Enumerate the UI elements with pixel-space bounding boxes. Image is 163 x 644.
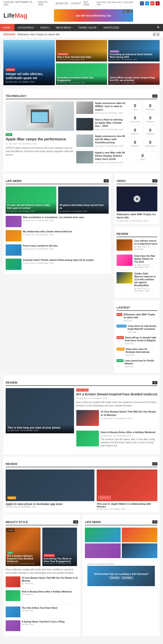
latest-item-title-4: Haleo joins stars for Brisbane Internati… — [126, 348, 157, 354]
breaking-label: BREAKING — [4, 33, 15, 36]
nav-search-icon[interactable]: 🔍 — [154, 24, 163, 31]
twitter-icon[interactable]: t — [145, 1, 149, 6]
life-news-bottom-all[interactable]: All — [152, 520, 157, 524]
nav-megamenu[interactable]: MEGA MENU ▾ — [53, 24, 75, 31]
life-small-title-1: Mate prostitution is 'everywhere', sex i… — [23, 216, 84, 219]
job-ad-tags: Overview Innovation — [93, 576, 149, 579]
technology-all-link[interactable]: All — [152, 94, 157, 98]
latest-item-meta-2: Jane Doe — [127, 331, 157, 333]
breaking-nav[interactable]: ‹ › — [153, 32, 159, 36]
hero-category-badge: UPDATE — [6, 68, 15, 71]
review-side-item-2[interactable]: Kelly Dyes Her Hair Barbie Yellow For Th… — [117, 254, 157, 270]
hero-side-item-2[interactable]: FASHION Everything we learned at Seoul F… — [108, 40, 159, 62]
facebook-icon[interactable]: f — [140, 1, 144, 6]
life-side-img-4[interactable] — [122, 544, 157, 558]
life-small-content-1: Mate prostitution is 'everywhere', sex i… — [23, 216, 84, 227]
latest-item-5[interactable]: LAMU Lamu paved way for Pacific athletes… — [117, 359, 157, 369]
beauty-art-1[interactable]: 10 Gym Beauty Hacks That Will Get You Re… — [6, 576, 78, 589]
stat-followers-1: 0 Followers — [143, 102, 157, 112]
likes-label: Likes — [129, 108, 141, 110]
latest-badge-3: GAME — [117, 336, 124, 339]
latest-item-meta-1: Jane Doe — [123, 320, 157, 322]
nav-categories[interactable]: CATEGORIES ▾ — [15, 24, 38, 31]
top-bar: TUESDAY, SEPTEMBER 29, 2015 SIGN IN / JO… — [0, 0, 163, 7]
video-all[interactable]: All — [152, 179, 157, 182]
latest-item-3[interactable]: GAME Game will go on despite high level … — [117, 336, 157, 346]
gym-article[interactable]: 10 Gym Beauty Hacks That Will Get You Re… — [76, 410, 157, 428]
life-small-item-4[interactable]: Anybody home? Pacific island of Niue amo… — [6, 258, 109, 272]
beauty-main-photo[interactable]: PUNK NEW DIY a Kristen Stewart-Inspired … — [6, 528, 41, 566]
tech-list-item-4[interactable]: Apple's new iMac with 5K Retina Display … — [76, 151, 126, 166]
gym-beauty-articles: 10 Gym Beauty Hacks That Will Get You Re… — [76, 410, 157, 450]
latest-item-1[interactable]: NHK Shibutanis claim NHK Trophy ice danc… — [117, 313, 157, 323]
nav-home[interactable]: HOME ▾ — [0, 24, 15, 31]
review-bottom-main[interactable]: FAMILY Apple to raise prices in Australi… — [6, 470, 94, 510]
life-side-img-1[interactable] — [85, 528, 121, 542]
life-news-main-1[interactable]: 11-year-old girl delivers mum's baby the… — [6, 186, 56, 214]
play-button[interactable] — [133, 196, 140, 202]
site-logo[interactable]: LifeMag — [4, 12, 27, 19]
subscribers-count: 0 — [145, 140, 156, 145]
review-big-header: REVIEW All — [6, 381, 157, 386]
beauty-article-excerpt: The moment I get off a plane, train, or … — [101, 438, 157, 447]
review-bottom-side-title: This just in: Apple Watch is collaborati… — [97, 502, 157, 508]
review-side-item-1[interactable]: Cras efficitur viverra ex ut dignissim f… — [117, 240, 157, 253]
review-big-photo-title: This is how long you stare at your phone — [8, 426, 72, 429]
phone-number: HOTLINE: (+62) 5626 7941 / (+62) 5626 79… — [96, 1, 138, 6]
life-small-item-3[interactable]: Pencil cases needed for NZ hols by Jane … — [6, 244, 109, 257]
tech-list-item-1[interactable]: Apple announces date for WWDC: here is w… — [76, 102, 126, 116]
buynow-link[interactable]: BUY NOW — [84, 1, 94, 6]
review-bottom-all[interactable]: All — [152, 462, 157, 466]
navigation: HOME ▾ CATEGORIES ▾ PAGES ▾ MEGA MENU ▾ … — [0, 24, 163, 31]
beauty-side-art-title-2: 6 Styling Hacks That Don't Cost a Thing — [22, 620, 65, 623]
life-small-item-1[interactable]: Mate prostitution is 'everywhere', sex i… — [6, 216, 109, 229]
social-icons: f t g+ P — [140, 1, 159, 6]
review-title-2: Kelly Dyes Her Hair Barbie Yellow For Th… — [134, 254, 157, 263]
hero-main-article[interactable]: UPDATE Integer vel odio ultricies, solli… — [4, 40, 55, 85]
life-small-item-2[interactable]: My relationship with a feeder almost kil… — [6, 230, 109, 243]
hero-side-item-3[interactable]: Everything You Need to Give Your Engagem… — [56, 63, 107, 86]
pinterest-icon[interactable]: P — [155, 1, 159, 6]
review-side-item-3[interactable]: Golden State Warriors improve to 11-0 wi… — [117, 272, 157, 294]
nav-pages[interactable]: PAGES ▾ — [38, 24, 53, 31]
life-news-main-2[interactable]: 20 places that Kiwis keep secret from us… — [58, 186, 109, 214]
tech-item-title-3: Apple announces new 4K and 5K iMacs with… — [95, 134, 126, 144]
life-news-all[interactable]: All — [104, 179, 109, 182]
hero-side-item-4[interactable]: James Milner penalty hands Jurgen Klopp … — [108, 63, 159, 86]
hero-side-item-1[interactable]: TRENDING Bag or bust: the best tech tote… — [56, 40, 107, 62]
life-side-img-3[interactable] — [85, 544, 121, 558]
googleplus-icon[interactable]: g+ — [150, 1, 154, 6]
review-bottom-side[interactable]: TRENDING This just in: Apple Watch is co… — [97, 470, 157, 510]
tech-list-item-2[interactable]: Have a Hack at winning an Apple iMac | H… — [76, 118, 126, 133]
latest-title: LASTEST — [117, 306, 130, 309]
video-thumbnail[interactable] — [117, 186, 157, 211]
breaking-next[interactable]: › — [156, 32, 159, 36]
latest-item-2[interactable]: MOTOGP Casey there to help Ducati, forge… — [117, 324, 157, 335]
review-bottom-main-img: FAMILY — [6, 470, 94, 501]
beauty-style-all[interactable]: All — [73, 520, 78, 524]
contact-link[interactable]: CONTACT — [71, 2, 82, 5]
review-bottom-main-meta: by Jane Doe / 01 November, 2015 — [6, 506, 94, 508]
advertise-link[interactable]: ADVERTISE — [56, 2, 68, 5]
beauty-article-content: How to Beauty-Detox After a Holiday Week… — [101, 430, 157, 447]
tech-item-img-1 — [76, 102, 93, 114]
tech-item-meta-2: Jane Doe / 01 December, 2015 — [95, 128, 126, 131]
beauty-side-art-1[interactable]: The Only 8-Bras You'll Ever Need by Jane… — [6, 606, 78, 619]
beauty-article[interactable]: How to Beauty-Detox After a Holiday Week… — [76, 430, 157, 450]
tech-item-title-2: Have a Hack at winning an Apple iMac | H… — [95, 118, 126, 128]
beauty-trending-badge: TRENDING — [44, 554, 55, 557]
latest-section: LASTEST NHK Shibutanis claim NHK Trophy … — [114, 300, 159, 373]
beauty-art-2[interactable]: How to Beauty-Detox After a Holiday Week… — [6, 590, 78, 603]
beauty-side-art-2[interactable]: 6 Styling Hacks That Don't Cost a Thing … — [6, 620, 78, 633]
nav-shortcode[interactable]: SHORTCODE — [100, 24, 122, 31]
review-bottom-main-badge: FAMILY — [8, 496, 16, 499]
beauty-small-list: 10 Gym Beauty Hacks That Will Get You Re… — [6, 576, 78, 603]
life-side-img-2[interactable] — [122, 528, 157, 542]
nav-themecolor[interactable]: THEME COLOR ▾ — [75, 24, 101, 31]
signin-link[interactable]: SIGN IN / JOIN — [38, 1, 53, 6]
tech-list-item-3[interactable]: Apple announces new 4K and 5K iMacs with… — [76, 134, 126, 149]
latest-item-4[interactable]: HALEO Haleo joins stars for Brisbane Int… — [117, 348, 157, 358]
breaking-prev[interactable]: ‹ — [153, 32, 156, 36]
review-big-all[interactable]: All — [152, 381, 157, 384]
stat-comments: 0 Comments — [128, 114, 142, 125]
